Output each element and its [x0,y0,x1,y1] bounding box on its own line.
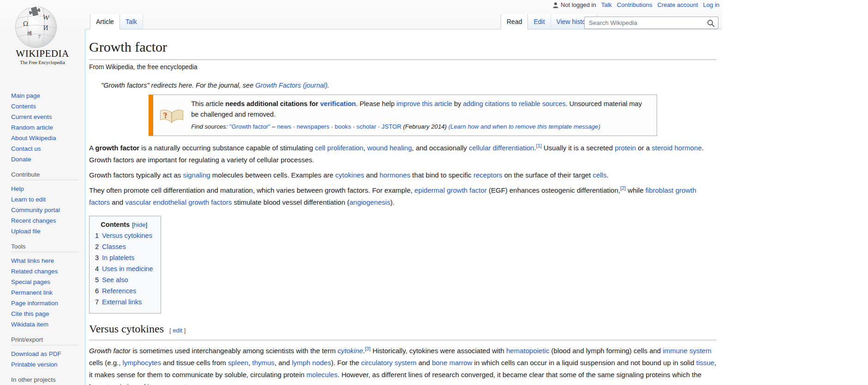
inline-link[interactable]: hormones [380,171,411,179]
personal-link[interactable]: Talk [601,1,612,8]
tab-article[interactable]: Article [90,14,120,30]
inline-link[interactable]: books [335,123,351,130]
sidebar-link[interactable]: Random article [11,124,53,131]
sidebar-link[interactable]: Wikidata item [11,321,48,328]
toc-item[interactable]: 5See also [95,274,153,285]
sidebar-link[interactable]: About Wikipedia [11,135,56,142]
sidebar-link[interactable]: Recent changes [11,217,56,224]
sidebar-main-links: Main pageContentsCurrent eventsRandom ar… [11,90,78,165]
toc-link[interactable]: 5See also [95,276,128,284]
sidebar-link[interactable]: Learn to edit [11,196,46,203]
sidebar-section-header-contribute: Contribute [11,171,78,180]
inline-link[interactable]: lymphocytes [123,359,161,367]
toc-link[interactable]: 2Classes [95,243,126,250]
site-subtitle: From Wikipedia, the free encyclopedia [89,64,717,71]
inline-link[interactable]: "Growth factor" [229,123,270,130]
tab-read[interactable]: Read [501,14,528,30]
personal-link[interactable]: Create account [657,1,698,8]
sidebar-link[interactable]: Community portal [11,207,60,213]
sidebar-link[interactable]: Special pages [11,278,50,285]
inline-link[interactable]: scholar [357,123,377,130]
inline-link[interactable]: cells [593,171,606,179]
toc-link[interactable]: 7External links [95,298,142,306]
tab-talk[interactable]: Talk [120,14,143,30]
inline-link[interactable]: news [277,123,291,130]
toc-item[interactable]: 3In platelets [95,252,153,263]
toc-hide-toggle[interactable]: [hide] [132,221,147,228]
edit-section-link[interactable]: [ edit ] [169,327,186,334]
article-content: Growth factor From Wikipedia, the free e… [85,29,722,385]
inline-link[interactable]: receptors [473,171,503,179]
inline-link[interactable]: angiogenesis [349,198,390,206]
inline-link[interactable]: wound healing [367,144,412,152]
inline-link[interactable]: steroid hormone [652,144,701,152]
toc-item[interactable]: 4Uses in medicine [95,263,153,274]
inline-link[interactable]: bone marrow [432,359,473,367]
magnifier-icon[interactable] [707,19,715,27]
sidebar-link[interactable]: Contents [11,103,36,110]
toc-link[interactable]: 3In platelets [95,254,134,261]
sidebar-link[interactable]: Cite this page [11,310,49,317]
inline-link[interactable]: cell proliferation [315,144,363,152]
sidebar-link[interactable]: Printable version [11,361,58,368]
sidebar-nav: Main pageContentsCurrent eventsRandom ar… [0,74,85,385]
citation-ref[interactable]: [3] [365,346,371,351]
personal-link[interactable]: Contributions [617,1,652,8]
citation-ref[interactable]: [1] [536,143,542,148]
inline-link[interactable]: JSTOR [382,123,401,130]
inline-link[interactable]: tissue [696,359,714,367]
inline-link[interactable]: spleen [228,359,248,367]
sidebar-link[interactable]: Upload file [11,228,41,235]
toc-item[interactable]: 2Classes [95,241,153,252]
inline-link[interactable]: (Learn how and when to remove this templ… [449,123,600,130]
inline-link[interactable]: Growth Factors (journal) [255,82,327,89]
personal-link[interactable]: Log in [703,1,719,8]
sidebar-link[interactable]: Current events [11,113,52,120]
inline-link[interactable]: cytokines [335,171,365,179]
inline-link[interactable]: protein [615,144,636,152]
toc-link[interactable]: 4Uses in medicine [95,265,153,272]
inline-link[interactable]: cytokine [338,347,363,355]
inline-link[interactable]: hematopoietic [506,347,549,355]
section-heading-versus-cytokines: Versus cytokines[ edit ] [89,322,717,340]
inline-link[interactable]: hide [134,221,146,228]
page-header: Not logged in TalkContributionsCreate ac… [0,0,722,29]
svg-text:7: 7 [38,34,41,39]
inline-link[interactable]: verification [320,100,356,107]
sidebar-link[interactable]: Contact us [11,145,41,152]
logo-tagline: The Free Encyclopedia [0,60,85,65]
inline-link[interactable]: vascular endothelial growth factors [125,198,232,206]
toc-item[interactable]: 7External links [95,296,153,308]
tab-edit[interactable]: Edit [528,14,551,30]
toc-link[interactable]: 6References [95,287,136,295]
toc-link[interactable]: 1Versus cytokines [95,232,152,239]
sidebar-link[interactable]: Main page [11,92,40,99]
personal-links: TalkContributionsCreate accountLog in [601,1,719,8]
sidebar-link[interactable]: Page information [11,300,58,307]
search-input[interactable] [585,17,718,29]
inline-link[interactable]: thymus [252,359,275,367]
sidebar-link[interactable]: Help [11,185,24,192]
sidebar-link[interactable]: Permanent link [11,289,53,296]
citation-ref[interactable]: [2] [620,185,626,191]
inline-link[interactable]: immune system [663,347,711,355]
sidebar-section-header-other-projects: In other projects [11,376,78,385]
sidebar-link[interactable]: What links here [11,257,54,264]
inline-link[interactable]: newspapers [297,123,329,130]
inline-link[interactable]: improve this article [396,100,452,107]
inline-link[interactable]: cellular differentiation [469,144,534,152]
toc-item[interactable]: 1Versus cytokines [95,230,153,241]
sidebar-link[interactable]: Related changes [11,268,58,275]
inline-link[interactable]: adding citations to reliable sources [463,100,565,107]
inline-link[interactable]: epidermal growth factor [414,186,487,194]
inline-link[interactable]: molecules [306,371,338,379]
sidebar-link[interactable]: Download as PDF [11,350,61,357]
inline-link[interactable]: edit [173,327,182,334]
inline-link[interactable]: circulatory system [361,359,417,367]
inline-link[interactable]: lymph nodes [292,359,331,367]
open-book-question-icon: ? [159,106,185,125]
toc-item[interactable]: 6References [95,285,153,296]
sidebar-link[interactable]: Donate [11,156,31,163]
sidebar-section-header-tools: Tools [11,243,78,252]
inline-link[interactable]: signaling [183,171,210,179]
